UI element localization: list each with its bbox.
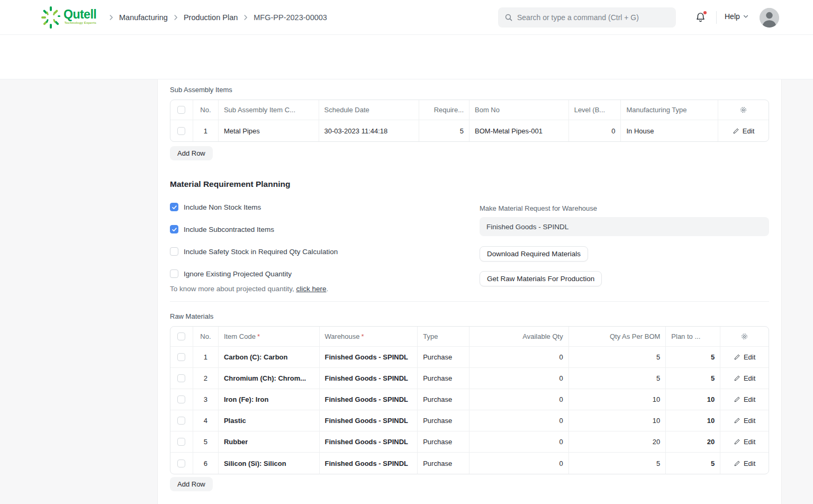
row-checkbox[interactable] (177, 460, 185, 467)
select-all-checkbox[interactable] (177, 106, 185, 114)
grid-settings-gear-icon[interactable] (740, 332, 748, 340)
pencil-icon (734, 460, 740, 467)
cell-available-qty: 0 (469, 431, 569, 452)
help-label: Help (725, 12, 740, 21)
checkbox-box[interactable] (170, 203, 178, 211)
raw-materials-header-row: No. Item Code* Warehouse* Type Available… (170, 327, 769, 347)
cell-type: Purchase (418, 431, 469, 452)
raw-materials-row-6[interactable]: 6 Silicon (Si): Silicon Finished Goods -… (170, 453, 769, 474)
checkbox-include-subcontracted-items[interactable]: Include Subcontracted Items (170, 225, 274, 233)
row-edit-button[interactable]: Edit (734, 417, 755, 425)
cell-available-qty: 0 (469, 368, 569, 389)
search-input[interactable] (517, 13, 670, 22)
required-marker: * (362, 332, 364, 340)
row-checkbox[interactable] (177, 374, 185, 382)
cell-qty-as-per-bom: 10 (569, 389, 666, 410)
row-edit-button[interactable]: Edit (734, 353, 755, 361)
column-header-item-code: Item Code* (219, 327, 320, 346)
raw-materials-row-1[interactable]: 1 Carbon (C): Carbon Finished Goods - SP… (170, 347, 769, 368)
checkbox-box[interactable] (170, 269, 178, 278)
checkbox-ignore-existing-projected-quantity[interactable]: Ignore Existing Projected Quantity (170, 269, 292, 278)
pencil-icon (733, 128, 739, 134)
row-checkbox[interactable] (177, 395, 185, 403)
company-logo[interactable]: Qutell Technology Experts (40, 5, 96, 30)
row-checkbox[interactable] (177, 417, 185, 425)
column-header-manufacturing-type: Manufacturing Type (621, 100, 718, 120)
column-header-available-qty: Available Qty (469, 327, 569, 346)
pencil-icon (734, 375, 740, 382)
row-edit-button[interactable]: Edit (734, 374, 755, 382)
raw-materials-row-4[interactable]: 4 Plastic Finished Goods - SPINDL Purcha… (170, 410, 769, 431)
raw-materials-row-2[interactable]: 2 Chromium (Ch): Chrom... Finished Goods… (170, 368, 769, 389)
logo-text: Qutell (64, 8, 96, 21)
row-checkbox[interactable] (177, 127, 185, 135)
cell-no: 1 (193, 347, 219, 367)
checkbox-box[interactable] (170, 247, 178, 256)
cell-available-qty: 0 (469, 453, 569, 474)
sub-assembly-grid: No. Sub Assembly Item C... Schedule Date… (170, 100, 769, 142)
row-edit-button[interactable]: Edit (734, 395, 755, 403)
checkbox-label: Include Subcontracted Items (184, 226, 274, 233)
cell-warehouse: Finished Goods - SPINDL (320, 431, 418, 452)
row-edit-button[interactable]: Edit (734, 438, 755, 446)
get-raw-materials-button[interactable]: Get Raw Materials For Production (480, 271, 602, 286)
notifications-bell-icon[interactable] (695, 12, 707, 23)
checkbox-include-non-stock-items[interactable]: Include Non Stock Items (170, 203, 261, 211)
cell-plan-to: 10 (666, 410, 720, 431)
cell-item-code: Silicon (Si): Silicon (219, 453, 320, 474)
click-here-link[interactable]: click here (296, 285, 326, 293)
projected-quantity-help-text: To know more about projected quantity, c… (170, 285, 328, 293)
cell-available-qty: 0 (469, 347, 569, 367)
cell-warehouse: Finished Goods - SPINDL (320, 453, 418, 474)
column-header-warehouse: Warehouse* (320, 327, 418, 346)
checkbox-label: Include Non Stock Items (184, 203, 261, 211)
cell-item: Metal Pipes (219, 120, 319, 141)
breadcrumb: Manufacturing Production Plan MFG-PP-202… (107, 0, 327, 35)
raw-materials-row-5[interactable]: 5 Rubber Finished Goods - SPINDL Purchas… (170, 431, 769, 453)
breadcrumb-item-current[interactable]: MFG-PP-2023-00003 (254, 13, 327, 22)
cell-level: 0 (569, 120, 621, 141)
sub-assembly-header-row: No. Sub Assembly Item C... Schedule Date… (170, 100, 769, 120)
form-body: Sub Assembly Items No. Sub Assembly Item… (157, 79, 782, 504)
grid-settings-gear-icon[interactable] (739, 106, 747, 114)
column-header-sub-assembly-item: Sub Assembly Item C... (219, 100, 319, 120)
navbar-divider (716, 11, 717, 24)
cell-type: Purchase (418, 453, 469, 474)
checkbox-label: Include Safety Stock in Required Qty Cal… (184, 248, 338, 256)
global-search[interactable] (498, 7, 676, 28)
checkbox-include-safety-stock[interactable]: Include Safety Stock in Required Qty Cal… (170, 247, 338, 256)
checkbox-box[interactable] (170, 225, 178, 233)
cell-required-qty: 5 (419, 120, 469, 141)
cell-plan-to: 5 (666, 453, 720, 474)
row-checkbox[interactable] (177, 353, 185, 361)
cell-type: Purchase (418, 389, 469, 410)
row-checkbox[interactable] (177, 438, 185, 446)
help-menu[interactable]: Help (725, 12, 749, 21)
pencil-icon (734, 417, 740, 424)
right-gutter-panel (782, 79, 813, 504)
cell-plan-to: 10 (666, 389, 720, 410)
cell-no: 3 (193, 389, 219, 410)
breadcrumb-item-production-plan[interactable]: Production Plan (184, 13, 238, 22)
chevron-down-icon (743, 13, 749, 20)
cell-qty-as-per-bom: 5 (569, 453, 666, 474)
cell-item-code: Carbon (C): Carbon (219, 347, 320, 367)
sub-assembly-section-label: Sub Assembly Items (170, 86, 232, 94)
download-required-materials-button[interactable]: Download Required Materials (480, 246, 588, 262)
user-avatar[interactable] (760, 8, 779, 28)
cell-plan-to: 5 (666, 368, 720, 389)
check-icon (171, 204, 177, 210)
raw-materials-row-3[interactable]: 3 Iron (Fe): Iron Finished Goods - SPIND… (170, 389, 769, 410)
row-edit-button[interactable]: Edit (733, 127, 754, 135)
row-edit-button[interactable]: Edit (734, 460, 755, 467)
raw-materials-grid: No. Item Code* Warehouse* Type Available… (170, 326, 769, 474)
column-header-schedule-date: Schedule Date (319, 100, 420, 120)
sub-assembly-row-1[interactable]: 1 Metal Pipes 30-03-2023 11:44:18 5 BOM-… (170, 120, 769, 141)
cell-type: Purchase (418, 410, 469, 431)
column-header-required-qty: Require... (419, 100, 469, 120)
select-all-checkbox[interactable] (177, 332, 185, 340)
breadcrumb-item-manufacturing[interactable]: Manufacturing (119, 13, 168, 22)
warehouse-input[interactable] (480, 217, 769, 236)
sub-assembly-add-row-button[interactable]: Add Row (170, 146, 213, 160)
raw-materials-add-row-button[interactable]: Add Row (170, 477, 213, 491)
